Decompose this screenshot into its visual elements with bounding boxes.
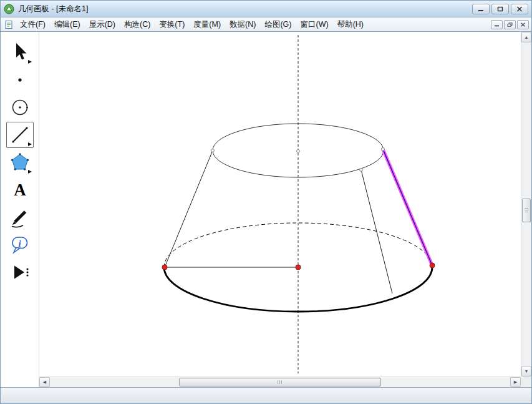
- text-tool-icon: A: [9, 179, 31, 201]
- horizontal-scrollbar[interactable]: ◀ ▶: [39, 377, 521, 387]
- lateral-edge-inner[interactable]: [361, 170, 392, 293]
- menu-item-display[interactable]: 显示(D): [85, 17, 120, 32]
- child-window-controls: [490, 20, 529, 29]
- menu-item-measure[interactable]: 度量(M): [189, 17, 225, 32]
- polygon-tool[interactable]: [6, 149, 34, 175]
- child-minimize-icon: [494, 22, 500, 27]
- scroll-right-button[interactable]: ▶: [510, 377, 521, 387]
- svg-text:A: A: [14, 180, 26, 199]
- custom-tool-icon: [9, 261, 31, 283]
- scrollbar-corner: [521, 377, 531, 387]
- vertical-scroll-thumb[interactable]: [522, 199, 531, 222]
- menu-item-window[interactable]: 窗口(W): [296, 17, 333, 32]
- text-tool[interactable]: A: [6, 177, 34, 203]
- menu-item-graph[interactable]: 绘图(G): [260, 17, 296, 32]
- custom-tool[interactable]: [6, 259, 34, 285]
- minimize-button[interactable]: [472, 4, 490, 14]
- child-restore-button[interactable]: [504, 20, 516, 29]
- window-title: 几何画板 - [未命名1]: [18, 4, 89, 14]
- flyout-arrow-icon: [28, 142, 32, 146]
- scroll-left-icon: ◀: [43, 380, 46, 385]
- menu-item-help[interactable]: 帮助(H): [333, 17, 368, 32]
- horizontal-scroll-thumb[interactable]: [179, 378, 382, 387]
- segment-tool[interactable]: [6, 122, 34, 148]
- close-icon: [516, 6, 523, 12]
- work-area: ▲ ▼ ◀ ▶: [39, 32, 531, 387]
- scroll-down-button[interactable]: ▼: [521, 366, 531, 377]
- flyout-arrow-icon: [28, 170, 32, 174]
- construction-point[interactable]: [211, 149, 215, 152]
- sketch-canvas[interactable]: [39, 32, 521, 377]
- menu-bar: 文件(F)编辑(E)显示(D)构造(C)变换(T)度量(M)数据(N)绘图(G)…: [1, 17, 531, 32]
- construction-point[interactable]: [297, 150, 300, 153]
- construction-point[interactable]: [382, 148, 385, 151]
- child-close-icon: [520, 22, 526, 27]
- menu-item-transform[interactable]: 变换(T): [155, 17, 189, 32]
- geometry-svg[interactable]: [39, 32, 521, 377]
- menu-item-data[interactable]: 数据(N): [225, 17, 260, 32]
- scroll-up-icon: ▲: [525, 35, 529, 39]
- application-window: 几何画板 - [未命名1] 文件(F)编辑(E)显示(D)构造(C)变换(T)度…: [0, 0, 532, 404]
- scroll-right-icon: ▶: [514, 380, 517, 385]
- scroll-up-button[interactable]: ▲: [521, 32, 531, 42]
- selected-point[interactable]: [162, 265, 167, 270]
- selected-point[interactable]: [430, 263, 435, 268]
- tool-palette: A i: [1, 32, 39, 387]
- maximize-button[interactable]: [491, 4, 509, 14]
- circle-tool[interactable]: [6, 94, 34, 121]
- app-icon: [4, 4, 14, 14]
- selected-point[interactable]: [296, 265, 301, 270]
- point-tool[interactable]: [6, 67, 34, 93]
- child-minimize-button[interactable]: [491, 20, 503, 29]
- selection-arrow-tool[interactable]: [6, 39, 34, 66]
- close-button[interactable]: [511, 4, 528, 14]
- menu-items: 文件(F)编辑(E)显示(D)构造(C)变换(T)度量(M)数据(N)绘图(G)…: [16, 17, 368, 32]
- main-content: A i: [1, 32, 531, 387]
- circle-icon: [9, 96, 31, 119]
- child-close-button[interactable]: [517, 20, 529, 29]
- title-bar[interactable]: 几何画板 - [未命名1]: [1, 1, 531, 17]
- maximize-icon: [497, 6, 503, 12]
- selected-edge[interactable]: [383, 149, 432, 265]
- document-icon: [4, 20, 14, 29]
- minimize-icon: [478, 6, 484, 12]
- menu-item-file[interactable]: 文件(F): [16, 17, 50, 32]
- point-icon: [9, 69, 31, 91]
- window-controls: [470, 4, 528, 14]
- menu-item-construct[interactable]: 构造(C): [120, 17, 155, 32]
- information-icon: i: [9, 234, 31, 256]
- vertical-scrollbar[interactable]: ▲ ▼: [521, 32, 531, 377]
- lateral-edge-left[interactable]: [165, 150, 213, 267]
- scroll-left-button[interactable]: ◀: [39, 377, 50, 387]
- flyout-arrow-icon: [28, 60, 32, 64]
- marker-tool[interactable]: [6, 204, 34, 230]
- information-tool[interactable]: i: [6, 232, 34, 258]
- status-bar: [1, 387, 531, 403]
- menu-item-edit[interactable]: 编辑(E): [50, 17, 85, 32]
- child-restore-icon: [507, 22, 513, 27]
- marker-icon: [9, 206, 31, 229]
- construction-point[interactable]: [360, 169, 363, 172]
- scroll-down-icon: ▼: [525, 369, 529, 373]
